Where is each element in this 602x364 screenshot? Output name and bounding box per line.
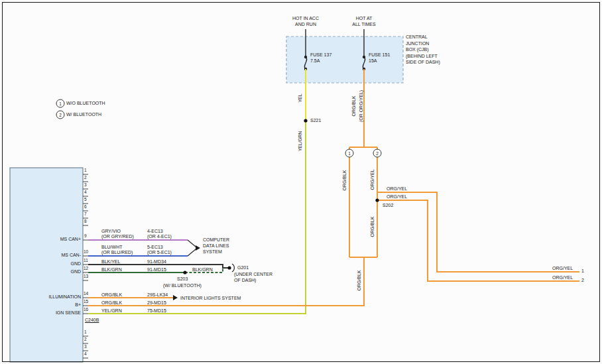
wiring-diagram-page: HOT IN ACC AND RUN HOT AT ALL TIMES FUSE… — [0, 0, 602, 364]
page-border — [2, 2, 600, 362]
